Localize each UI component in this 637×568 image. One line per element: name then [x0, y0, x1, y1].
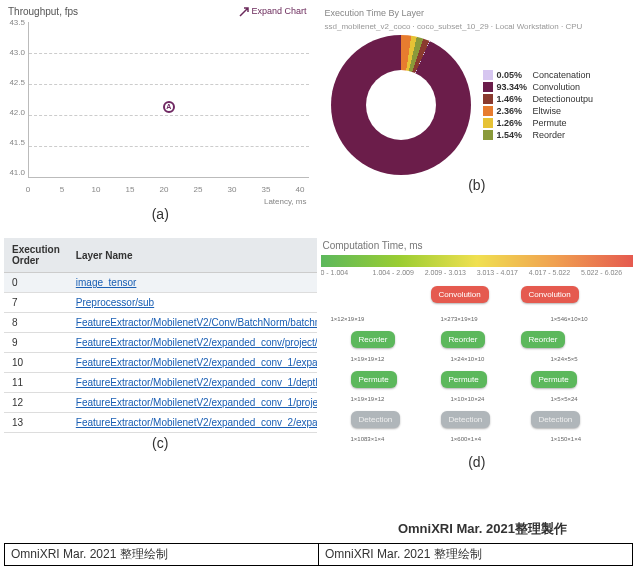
gtick: 4.017 - 5.022: [529, 269, 581, 276]
cell-order: 9: [4, 333, 68, 353]
xtick: 30: [228, 185, 237, 194]
ytick: 42.0: [4, 108, 28, 117]
cell-order: 13: [4, 413, 68, 433]
gradient-ticks: 0 - 1.004 1.004 - 2.009 2.009 - 3.013 3.…: [321, 269, 634, 276]
node-permute[interactable]: Permute: [351, 371, 397, 388]
legend-pct: 1.46%: [497, 94, 533, 104]
layer-link[interactable]: FeatureExtractor/MobilenetV2/expanded_co…: [76, 357, 317, 368]
credit-cell: OmniXRI Mar. 2021 整理绘制: [5, 544, 319, 565]
execution-table: Execution Order Layer Name 0image_tensor…: [4, 238, 317, 433]
table-row[interactable]: 13FeatureExtractor/MobilenetV2/expanded_…: [4, 413, 317, 433]
edge-label: 1×12×19×19: [331, 316, 365, 322]
legend-pct: 2.36%: [497, 106, 533, 116]
legend-pct: 1.54%: [497, 130, 533, 140]
cell-order: 0: [4, 273, 68, 293]
donut-chart[interactable]: [331, 35, 471, 175]
node-output[interactable]: Detection: [351, 411, 401, 428]
cell-order: 10: [4, 353, 68, 373]
computation-graph[interactable]: Convolution Convolution 1×12×19×19 1×273…: [321, 276, 634, 466]
xtick: 35: [262, 185, 271, 194]
ytick: 41.0: [4, 168, 28, 177]
layer-link[interactable]: FeatureExtractor/MobilenetV2/expanded_co…: [76, 377, 317, 388]
gtick: 5.022 - 6.026: [581, 269, 633, 276]
table-row[interactable]: 8FeatureExtractor/MobilenetV2/Conv/Batch…: [4, 313, 317, 333]
xtick: 20: [160, 185, 169, 194]
legend-row[interactable]: 1.26%Permute: [483, 118, 594, 128]
node-reorder[interactable]: Reorder: [521, 331, 566, 348]
layer-link[interactable]: Preprocessor/sub: [76, 297, 154, 308]
legend-row[interactable]: 0.05%Concatenation: [483, 70, 594, 80]
expand-label: Expand Chart: [251, 6, 306, 16]
cell-order: 7: [4, 293, 68, 313]
node-permute[interactable]: Permute: [441, 371, 487, 388]
col-exec-order[interactable]: Execution Order: [4, 238, 68, 273]
node-convolution[interactable]: Convolution: [521, 286, 579, 303]
edge-label: 1×546×10×10: [551, 316, 588, 322]
node-permute[interactable]: Permute: [531, 371, 577, 388]
edge-label: 1×24×10×10: [451, 356, 485, 362]
node-reorder[interactable]: Reorder: [441, 331, 486, 348]
xtick: 10: [92, 185, 101, 194]
col-layer-name[interactable]: Layer Name: [68, 238, 317, 273]
expand-chart-button[interactable]: Expand Chart: [239, 6, 307, 17]
legend-name: Permute: [533, 118, 567, 128]
edge-label: 1×10×10×24: [451, 396, 485, 402]
credit-cell: OmniXRI Mar. 2021 整理绘制: [319, 544, 632, 565]
donut-title: Execution Time By Layer: [321, 4, 634, 22]
layer-link[interactable]: image_tensor: [76, 277, 137, 288]
table-row[interactable]: 7Preprocessor/sub: [4, 293, 317, 313]
node-reorder[interactable]: Reorder: [351, 331, 396, 348]
data-point-a[interactable]: A: [163, 101, 175, 113]
legend-row[interactable]: 1.54%Reorder: [483, 130, 594, 140]
legend-pct: 93.34%: [497, 82, 533, 92]
legend-name: Eltwise: [533, 106, 562, 116]
edge-label: 1×19×19×12: [351, 356, 385, 362]
cell-order: 11: [4, 373, 68, 393]
legend-row[interactable]: 2.36%Eltwise: [483, 106, 594, 116]
node-convolution[interactable]: Convolution: [431, 286, 489, 303]
edge-label: 1×273×19×19: [441, 316, 478, 322]
gradient-legend: [321, 255, 634, 267]
table-row[interactable]: 12FeatureExtractor/MobilenetV2/expanded_…: [4, 393, 317, 413]
donut-legend: 0.05%Concatenation 93.34%Convolution 1.4…: [483, 68, 594, 142]
scatter-panel: Throughput, fps Expand Chart A 43.5 43.0…: [4, 4, 317, 234]
edge-label: 1×19×19×12: [351, 396, 385, 402]
swatch-icon: [483, 70, 493, 80]
legend-pct: 1.26%: [497, 118, 533, 128]
xtick: 25: [194, 185, 203, 194]
swatch-icon: [483, 82, 493, 92]
target-name: Local Workstation: [495, 22, 558, 31]
table-row[interactable]: 11FeatureExtractor/MobilenetV2/expanded_…: [4, 373, 317, 393]
donut-subtitle: ssd_mobilenet_v2_coco · coco_subset_10_2…: [321, 22, 634, 35]
node-output[interactable]: Detection: [531, 411, 581, 428]
edge-label: 1×150×1×4: [551, 436, 582, 442]
donut-panel: Execution Time By Layer ssd_mobilenet_v2…: [321, 4, 634, 234]
xtick: 40: [296, 185, 305, 194]
device-name: CPU: [565, 22, 582, 31]
edge-label: 1×5×5×24: [551, 396, 578, 402]
table-row[interactable]: 0image_tensor: [4, 273, 317, 293]
table-row[interactable]: 10FeatureExtractor/MobilenetV2/expanded_…: [4, 353, 317, 373]
ytick: 43.0: [4, 48, 28, 57]
layer-link[interactable]: FeatureExtractor/MobilenetV2/Conv/BatchN…: [76, 317, 317, 328]
swatch-icon: [483, 106, 493, 116]
layer-link[interactable]: FeatureExtractor/MobilenetV2/expanded_co…: [76, 337, 317, 348]
legend-row[interactable]: 1.46%Detectionoutpu: [483, 94, 594, 104]
legend-name: Convolution: [533, 82, 581, 92]
dataset-name: coco_subset_10_29: [417, 22, 489, 31]
graph-panel: Computation Time, ms 0 - 1.004 1.004 - 2…: [321, 238, 634, 528]
table-header-row: Execution Order Layer Name: [4, 238, 317, 273]
layer-link[interactable]: FeatureExtractor/MobilenetV2/expanded_co…: [76, 417, 317, 428]
edge-label: 1×600×1×4: [451, 436, 482, 442]
node-output[interactable]: Detection: [441, 411, 491, 428]
layer-link[interactable]: FeatureExtractor/MobilenetV2/expanded_co…: [76, 397, 317, 408]
xtick: 15: [126, 185, 135, 194]
legend-row[interactable]: 93.34%Convolution: [483, 82, 594, 92]
swatch-icon: [483, 130, 493, 140]
cell-order: 12: [4, 393, 68, 413]
table-row[interactable]: 9FeatureExtractor/MobilenetV2/expanded_c…: [4, 333, 317, 353]
xtick: 5: [60, 185, 64, 194]
legend-name: Reorder: [533, 130, 566, 140]
ytick: 43.5: [4, 18, 28, 27]
gtick: 2.009 - 3.013: [425, 269, 477, 276]
